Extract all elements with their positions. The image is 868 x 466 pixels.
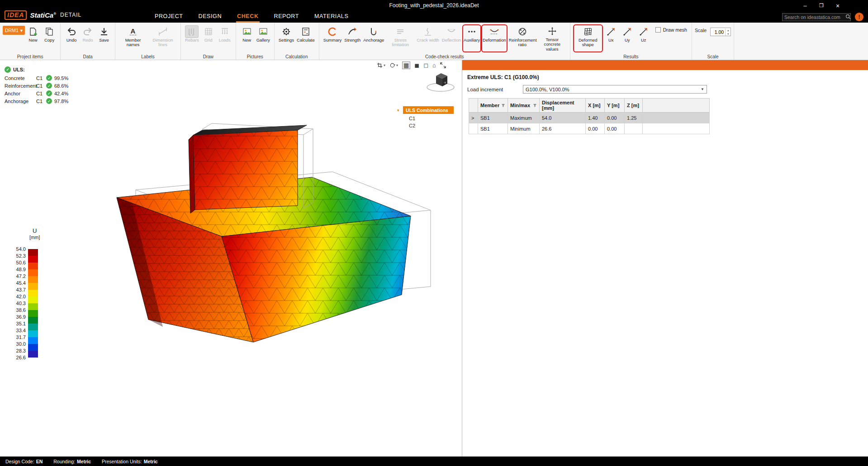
new-picture-button[interactable]: New (239, 24, 255, 52)
col-minmax[interactable]: Min/max (508, 99, 540, 113)
draw-mesh-checkbox[interactable] (655, 27, 661, 33)
table-row[interactable]: SB1 Minimum 26.6 0.00 0.00 (469, 123, 710, 134)
summary-row-reinforcement: ReinforcementC1✓68.6% (5, 82, 68, 89)
new-item-button[interactable]: New (25, 24, 41, 52)
legend-color-cell (28, 351, 38, 358)
loads-button[interactable]: Loads (217, 24, 233, 52)
caret-down-icon: ▾ (396, 63, 398, 67)
uls-check-icon: ✓ (5, 66, 11, 73)
legend-color-cell (28, 269, 38, 276)
zoom-fit-button[interactable] (440, 62, 446, 68)
scale-input[interactable]: 1.00 ▴▾ (710, 28, 731, 36)
solid-view-button[interactable]: ◼ (414, 62, 419, 69)
auxiliary-button[interactable]: Auxiliary (462, 24, 481, 52)
settings-button[interactable]: Settings (277, 24, 295, 52)
rotate-tool-button[interactable]: ▾ (389, 62, 398, 68)
legend-value: 47.2 (13, 273, 28, 280)
save-button[interactable]: Save (96, 24, 112, 52)
col-z[interactable]: Z [m] (625, 99, 643, 113)
navigation-cube[interactable]: -y (424, 70, 457, 95)
status-rounding: Rounding:Metric (53, 459, 91, 464)
spinner-up-icon[interactable]: ▴ (726, 28, 730, 32)
calculator-icon (301, 25, 311, 38)
panel-accent-bar (462, 60, 868, 70)
combination-item-c2[interactable]: C2 (409, 123, 454, 128)
combination-item-c1[interactable]: C1 (409, 116, 454, 121)
gallery-button[interactable]: Gallery (255, 24, 271, 52)
legend-value: 42.0 (13, 293, 28, 300)
legend-bar (28, 249, 38, 364)
dimension-lines-icon (158, 25, 168, 38)
deflection-button[interactable]: Deflection (441, 24, 462, 52)
col-member[interactable]: Member (478, 99, 508, 113)
legend-value: 28.3 (13, 348, 28, 354)
ghost-view-button[interactable]: ◻ (423, 62, 428, 69)
uy-axis-icon (622, 25, 632, 38)
minimize-button[interactable]: – (798, 0, 812, 11)
maximize-button[interactable]: ❒ (815, 0, 828, 11)
row-expander[interactable]: > (469, 113, 478, 123)
tab-report[interactable]: REPORT (273, 11, 300, 23)
col-x[interactable]: X [m] (586, 99, 605, 113)
tab-materials[interactable]: MATERIALS (313, 11, 349, 23)
copy-icon (44, 25, 54, 38)
deformed-shape-button[interactable]: Deformed shape (573, 24, 603, 52)
main-tabs: PROJECT DESIGN CHECK REPORT MATERIALS (154, 11, 349, 23)
crack-width-button[interactable]: Crack width (415, 24, 441, 52)
reinforcement-ratio-button[interactable]: Reinforcement ratio (508, 24, 537, 52)
spinner-down-icon[interactable]: ▾ (726, 32, 730, 36)
col-filler (643, 99, 710, 113)
collapse-caret-icon[interactable]: ▾ (397, 108, 403, 113)
member-names-button[interactable]: Member names (118, 24, 148, 52)
wireframe-view-button[interactable]: ▦ (402, 61, 410, 69)
cell-z: 1.25 (625, 113, 643, 123)
summary-row-anchor: AnchorC1✓42.4% (5, 89, 68, 97)
table-row[interactable]: > SB1 Maximum 54.0 1.40 0.00 1.25 (469, 113, 710, 123)
tab-check[interactable]: CHECK (236, 11, 259, 23)
tab-project[interactable]: PROJECT (154, 11, 184, 23)
legend-unit: [mm] (29, 235, 47, 240)
search-box[interactable] (782, 13, 851, 21)
row-expander[interactable] (469, 123, 478, 134)
group-caption: Pictures (236, 54, 274, 59)
redo-button[interactable]: Redo (80, 24, 96, 52)
uls-combinations-header[interactable]: ULS Combinations (403, 106, 454, 114)
cell-member: SB1 (478, 123, 508, 134)
grid-button[interactable]: Grid (200, 24, 217, 52)
deformation-button[interactable]: Deformation (481, 24, 508, 52)
col-displacement[interactable]: Displacement [mm] (540, 99, 586, 113)
uz-axis-icon (639, 25, 649, 38)
notification-icon[interactable]: ! (855, 13, 863, 21)
rebars-button[interactable]: Rebars (184, 24, 200, 52)
summary-button[interactable]: Summary (322, 24, 343, 52)
strength-button[interactable]: Strength (343, 24, 362, 52)
calculate-button[interactable]: Calculate (295, 24, 316, 52)
cell-filler (643, 113, 710, 123)
ux-button[interactable]: Ux (603, 24, 619, 52)
tensor-concrete-values-button[interactable]: Tensor concrete values (537, 24, 567, 52)
view-toolbar: ▾ ▾ ▦ ◼ ◻ ⌂ (377, 61, 446, 69)
col-y[interactable]: Y [m] (605, 99, 625, 113)
tab-design[interactable]: DESIGN (198, 11, 223, 23)
home-view-button[interactable]: ⌂ (432, 62, 436, 69)
copy-item-button[interactable]: Copy (41, 24, 57, 52)
uz-button[interactable]: Uz (636, 24, 652, 52)
legend-color-cell (28, 297, 38, 303)
group-caption: Calculation (275, 54, 319, 59)
uy-button[interactable]: Uy (619, 24, 636, 52)
dimension-lines-button[interactable]: Dimension lines (148, 24, 178, 52)
stress-limitation-button[interactable]: Stress limitation (385, 24, 415, 52)
crop-tool-button[interactable]: ▾ (377, 62, 385, 68)
active-item-selector[interactable]: DRM1▾ (3, 26, 25, 35)
group-project-items: DRM1▾ New Copy Project items (0, 23, 61, 60)
3d-model-view[interactable] (0, 60, 461, 457)
three-dots-icon (467, 25, 477, 38)
search-input[interactable] (784, 14, 845, 20)
undo-button[interactable]: Undo (63, 24, 80, 52)
check-icon: ✓ (46, 98, 52, 104)
summary-row-anchorage: AnchorageC1✓97.8% (5, 97, 68, 105)
legend-value: 31.7 (13, 334, 28, 341)
anchorage-button[interactable]: Anchorage (362, 24, 385, 52)
load-increment-select[interactable]: G100.0%, V100.0% ▼ (523, 85, 707, 94)
close-button[interactable]: × (831, 0, 844, 11)
